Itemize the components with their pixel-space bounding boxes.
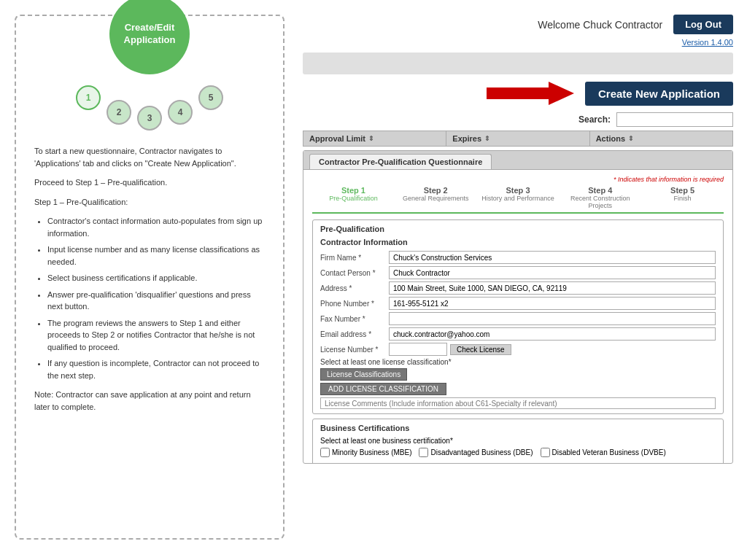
left-text-area: To start a new questionnaire, Contractor… xyxy=(16,131,283,427)
firm-name-label: Firm Name * xyxy=(320,254,386,262)
steps-row: 1 2 3 4 5 xyxy=(16,85,283,131)
search-label: Search: xyxy=(578,114,611,125)
add-license-classification-button[interactable]: ADD LICENSE CLASSIFICATION xyxy=(320,383,446,395)
create-arrow-row: Create New Application xyxy=(295,80,740,112)
note-text: Note: Contractor can save application at… xyxy=(34,389,265,413)
phone-input[interactable] xyxy=(389,297,716,310)
steps-navigation: Step 1 Pre-Qualification Step 2 General … xyxy=(312,186,724,214)
firm-name-input[interactable] xyxy=(389,251,716,264)
logout-button[interactable]: Log Out xyxy=(673,15,733,34)
svg-marker-0 xyxy=(487,82,574,105)
select-license-note: Select at least one license classificati… xyxy=(320,358,716,366)
step1-heading: Step 1 – Pre-Qualification: xyxy=(34,196,265,209)
circle-label: Create/Edit Application xyxy=(124,22,176,47)
create-edit-circle: Create/Edit Application xyxy=(109,0,190,74)
right-panel: Welcome Chuck Contractor Log Out Version… xyxy=(295,7,740,464)
step-nav-3[interactable]: Step 3 History and Performance xyxy=(477,186,560,209)
bullet-list: Contractor's contact information auto-po… xyxy=(47,215,265,381)
cert-dbe[interactable]: Disadvantaged Business (DBE) xyxy=(419,448,533,457)
firm-name-row: Firm Name * xyxy=(320,251,716,264)
red-arrow xyxy=(487,80,574,106)
prequalification-section: Pre-Qualification Contractor Information… xyxy=(312,219,724,414)
fax-input[interactable] xyxy=(389,312,716,325)
top-bar: Welcome Chuck Contractor Log Out xyxy=(295,7,740,38)
license-row: License Number * Check License xyxy=(320,343,716,356)
create-new-application-button[interactable]: Create New Application xyxy=(585,82,733,106)
check-license-button[interactable]: Check License xyxy=(450,344,511,355)
step-bubble-5[interactable]: 5 xyxy=(198,85,223,110)
step-bubble-1[interactable]: 1 xyxy=(76,85,101,110)
phone-label: Phone Number * xyxy=(320,300,386,308)
step-nav-4[interactable]: Step 4 Recent Construction Projects xyxy=(559,186,641,209)
bullet-3: Select business certifications if applic… xyxy=(47,272,265,284)
step-nav-1[interactable]: Step 1 Pre-Qualification xyxy=(312,186,395,209)
table-header: Approval Limit ⇕ Expires ⇕ Actions ⇕ xyxy=(303,131,733,147)
email-input[interactable] xyxy=(389,327,716,341)
form-tab-bar: Contractor Pre-Qualification Questionnai… xyxy=(303,151,732,170)
form-panel: Contractor Pre-Qualification Questionnai… xyxy=(303,150,733,464)
business-cert-title: Business Certifications xyxy=(320,424,716,432)
bullet-6: If any question is incomplete, Contracto… xyxy=(47,357,265,381)
bullet-5: The program reviews the answers to Step … xyxy=(47,317,265,354)
contact-row: Contact Person * xyxy=(320,266,716,279)
email-row: Email address * xyxy=(320,327,716,341)
step-bubble-2[interactable]: 2 xyxy=(107,100,131,125)
license-input[interactable] xyxy=(389,343,447,356)
cert-mbe[interactable]: Minority Business (MBE) xyxy=(320,448,411,457)
license-comments-input[interactable] xyxy=(320,397,716,409)
left-panel: Create/Edit Application 1 2 3 4 5 To sta… xyxy=(15,15,285,540)
address-input[interactable] xyxy=(389,281,716,295)
th-approval-limit[interactable]: Approval Limit ⇕ xyxy=(303,131,446,146)
step-nav-2[interactable]: Step 2 General Requirements xyxy=(395,186,477,209)
cert-options-row: Minority Business (MBE) Disadvantaged Bu… xyxy=(320,448,716,464)
contact-input[interactable] xyxy=(389,266,716,279)
phone-row: Phone Number * xyxy=(320,297,716,310)
address-label: Address * xyxy=(320,284,386,292)
bullet-4: Answer pre-qualification 'disqualifier' … xyxy=(47,289,265,313)
step-bubble-4[interactable]: 4 xyxy=(168,100,193,125)
sort-arrows-approval: ⇕ xyxy=(368,135,374,142)
step-bubble-3[interactable]: 3 xyxy=(137,106,162,131)
form-body: * Indicates that information is required… xyxy=(303,170,732,464)
search-bar-placeholder xyxy=(303,52,733,74)
version-link[interactable]: Version 1.4.00 xyxy=(295,38,740,47)
sort-arrows-expires: ⇕ xyxy=(484,135,490,142)
bullet-1: Contractor's contact information auto-po… xyxy=(47,215,265,239)
th-expires[interactable]: Expires ⇕ xyxy=(446,131,589,146)
search-input[interactable] xyxy=(616,112,733,127)
sort-arrows-actions: ⇕ xyxy=(628,135,634,142)
business-certifications-section: Business Certifications Select at least … xyxy=(312,419,724,464)
fax-row: Fax Number * xyxy=(320,312,716,325)
fax-label: Fax Number * xyxy=(320,315,386,323)
bullet-2: Input license number and as many license… xyxy=(47,244,265,268)
address-row: Address * xyxy=(320,281,716,295)
cert-dvbe[interactable]: Disabled Veteran Business (DVBE) xyxy=(541,448,666,457)
form-tab[interactable]: Contractor Pre-Qualification Questionnai… xyxy=(309,154,492,169)
contact-label: Contact Person * xyxy=(320,269,386,277)
step-nav-5[interactable]: Step 5 Finish xyxy=(641,186,724,209)
required-note: * Indicates that information is required xyxy=(312,176,724,183)
intro-text: To start a new questionnaire, Contractor… xyxy=(34,145,265,169)
select-cert-note: Select at least one business certificati… xyxy=(320,437,716,445)
proceed-text: Proceed to Step 1 – Pre-qualification. xyxy=(34,176,265,189)
welcome-text: Welcome Chuck Contractor xyxy=(538,19,662,31)
search-row: Search: xyxy=(295,112,740,131)
email-label: Email address * xyxy=(320,330,386,338)
license-label: License Number * xyxy=(320,346,386,354)
prequalification-title: Pre-Qualification xyxy=(320,225,716,233)
contractor-info-title: Contractor Information xyxy=(320,238,716,246)
license-classifications-button[interactable]: License Classifications xyxy=(320,368,407,381)
th-actions[interactable]: Actions ⇕ xyxy=(590,131,732,146)
